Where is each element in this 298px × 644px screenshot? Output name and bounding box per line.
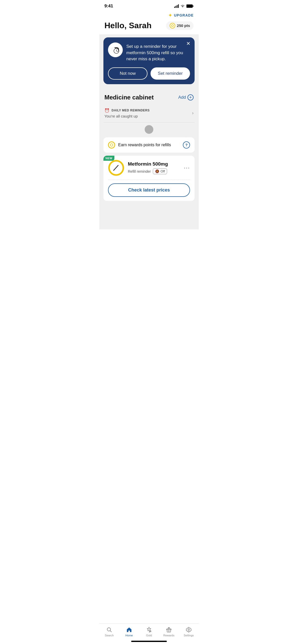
cards-section: Earn rewards points for refills ? NEW Me… [99,137,199,229]
refill-label: Refill reminder [128,169,151,173]
daily-reminders-title: DAILY MED REMINDERS [112,109,150,112]
header: ✦ UPGRADE Hello, Sarah 250 pts [99,10,199,30]
scroll-indicator [99,123,199,137]
add-label: Add [178,95,186,100]
status-bar: 9:41 [99,0,199,10]
svg-rect-5 [193,6,194,7]
points-circle-inner [171,24,174,27]
greeting-text: Hello, Sarah [104,21,152,30]
reminder-buttons: Not now Set reminder [108,67,190,80]
daily-title-row: ⏰ DAILY MED REMINDERS [104,108,150,113]
reminder-icon-wrap [108,42,123,57]
signal-icon [174,4,179,8]
status-time: 9:41 [104,4,113,9]
earn-rewards-left: Earn rewards points for refills [108,141,171,149]
med-icon-wrap [108,160,124,176]
points-badge[interactable]: 250 pts [166,21,194,30]
rewards-circle-inner [110,143,113,147]
metformin-card: NEW Metformin 500mg Refill reminder 🔕 [103,156,195,201]
refill-row: Refill reminder 🔕 Off [128,168,180,174]
svg-rect-1 [175,6,176,8]
reminder-content: Set up a reminder for your metformin 500… [108,42,190,62]
reminder-card: ✕ [103,37,195,84]
greeting-row: Hello, Sarah 250 pts [104,21,194,30]
add-medicine-button[interactable]: Add + [178,94,194,100]
scroll-dot [145,125,153,134]
medicine-cabinet-title: Medicine cabinet [104,94,154,101]
daily-reminders-subtitle: You're all caught up [104,114,150,118]
status-icons [174,4,194,8]
refill-reminder-badge[interactable]: 🔕 Off [153,168,167,174]
pill-clock-icon [111,45,120,54]
upgrade-label[interactable]: UPGRADE [174,13,194,17]
upgrade-star-icon: ✦ [168,12,172,18]
earn-rewards-text: Earn rewards points for refills [118,143,171,147]
not-now-button[interactable]: Not now [108,67,147,80]
add-circle-icon: + [187,94,194,100]
medicine-cabinet-header: Medicine cabinet Add + [103,89,195,104]
svg-rect-0 [174,7,175,8]
med-card-divider [108,180,190,180]
rewards-circle-icon [108,141,115,149]
points-text: 250 pts [177,23,190,28]
chevron-right-icon: › [192,110,194,116]
med-name: Metformin 500mg [128,161,180,167]
svg-rect-2 [177,5,178,8]
points-circle-icon [170,23,175,28]
daily-reminders-card[interactable]: ⏰ DAILY MED REMINDERS You're all caught … [103,104,195,123]
check-prices-button[interactable]: Check latest prices [108,183,190,197]
med-info: Metformin 500mg Refill reminder 🔕 Off [128,161,180,174]
info-icon[interactable]: ? [183,141,190,149]
pill-reminder-icon [111,45,120,54]
wifi-icon [180,4,185,8]
close-icon[interactable]: ✕ [186,41,191,46]
med-card-top: NEW Metformin 500mg Refill reminder 🔕 [103,156,195,180]
set-reminder-button[interactable]: Set reminder [151,67,190,80]
upgrade-row[interactable]: ✦ UPGRADE [104,12,194,18]
reminder-message: Set up a reminder for your metformin 500… [126,42,190,62]
daily-reminders-left: ⏰ DAILY MED REMINDERS You're all caught … [104,108,150,118]
battery-icon [186,4,194,8]
earn-rewards-card[interactable]: Earn rewards points for refills ? [103,137,195,153]
bell-slash-icon: 🔕 [155,169,159,173]
alarm-icon: ⏰ [104,108,110,113]
med-menu-button[interactable]: ··· [184,165,190,171]
refill-status: Off [160,169,165,173]
svg-rect-4 [186,5,193,8]
metformin-icon [108,160,124,176]
reminder-section: ✕ [99,34,199,89]
medicine-section: Medicine cabinet Add + [99,89,199,104]
svg-rect-3 [178,4,179,8]
